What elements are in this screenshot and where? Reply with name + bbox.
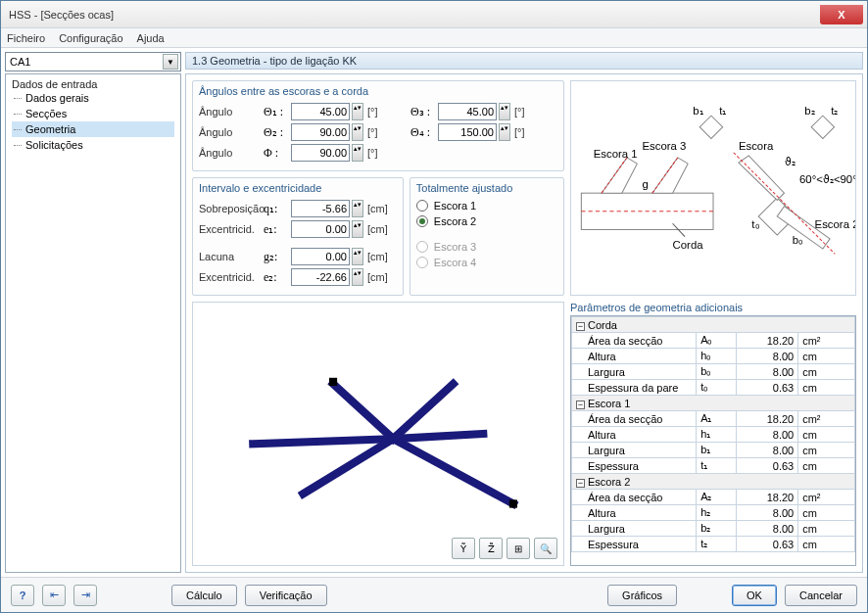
- input-theta1[interactable]: 45.00: [291, 103, 350, 120]
- radio-escora2[interactable]: Escora 2: [416, 215, 557, 227]
- spinner-g2[interactable]: ▴▾: [352, 248, 363, 265]
- close-button[interactable]: X: [820, 5, 863, 24]
- radio-escora1[interactable]: Escora 1: [416, 200, 557, 212]
- param-unit: cm: [798, 380, 855, 396]
- footer: ? ⇤ ⇥ Cálculo Verificação Gráficos OK Ca…: [1, 577, 867, 612]
- param-group-row[interactable]: −Escora 1: [572, 396, 855, 411]
- param-value: 0.63: [736, 380, 798, 396]
- param-row[interactable]: Espessurat₁0.63cm: [572, 458, 855, 474]
- radio-icon: [416, 200, 428, 212]
- menu-config[interactable]: Configuração: [59, 32, 122, 44]
- collapse-icon: −: [576, 401, 585, 409]
- radio-icon: [416, 257, 428, 268]
- spinner-e1[interactable]: ▴▾: [352, 220, 363, 238]
- tree-item-geometria[interactable]: Geometria: [12, 121, 174, 137]
- param-row[interactable]: Espessura da paret₀0.63cm: [572, 380, 855, 396]
- param-row[interactable]: Alturah₁8.00cm: [572, 427, 855, 443]
- render-toolbar: Ỹ Z̃ ⊞ 🔍: [452, 538, 557, 559]
- diagram: Corda Escora 1 Escora 3 g b₁ t₁: [570, 80, 856, 296]
- spinner-e2[interactable]: ▴▾: [352, 268, 363, 286]
- param-unit: cm: [798, 349, 855, 364]
- svg-line-28: [393, 439, 513, 503]
- params-table: −CordaÁrea da secçãoA₀18.20cm²Alturah₀8.…: [571, 316, 855, 552]
- group-interval: Intervalo e excentricidade Sobreposição …: [192, 177, 404, 296]
- svg-text:b₀: b₀: [793, 234, 803, 246]
- input-q1[interactable]: -5.66: [291, 200, 350, 217]
- param-label: Área da secção: [572, 333, 697, 349]
- panels: Ângulos entre as escoras e a corda Ângul…: [185, 73, 863, 573]
- input-e1[interactable]: 0.00: [291, 220, 350, 238]
- calc-button[interactable]: Cálculo: [171, 585, 237, 606]
- param-label: Altura: [572, 427, 697, 443]
- group-angles-title: Ângulos entre as escoras e a corda: [199, 85, 557, 97]
- param-value: 8.00: [736, 521, 798, 537]
- prev-button[interactable]: ⇤: [42, 585, 66, 606]
- zoom-button[interactable]: 🔍: [534, 538, 557, 559]
- spinner-theta4[interactable]: ▴▾: [499, 123, 510, 141]
- spinner-phi[interactable]: ▴▾: [352, 144, 363, 162]
- verify-button[interactable]: Verificação: [245, 585, 327, 606]
- spinner-theta1[interactable]: ▴▾: [352, 103, 363, 120]
- collapse-icon: −: [576, 322, 585, 331]
- spinner-theta3[interactable]: ▴▾: [499, 103, 510, 120]
- case-select[interactable]: CA1 ▼: [5, 52, 181, 71]
- param-group-row[interactable]: −Escora 2: [572, 474, 855, 490]
- param-row[interactable]: Área da secçãoA₂18.20cm²: [572, 490, 855, 505]
- menu-help[interactable]: Ajuda: [137, 32, 165, 44]
- param-unit: cm: [798, 364, 855, 380]
- render-3d[interactable]: Ỹ Z̃ ⊞ 🔍: [192, 302, 564, 566]
- param-label: Largura: [572, 521, 697, 537]
- view-iso-button[interactable]: ⊞: [506, 538, 530, 559]
- radio-icon: [416, 215, 428, 227]
- svg-line-20: [734, 153, 836, 255]
- input-theta2[interactable]: 90.00: [291, 123, 350, 141]
- param-value: 8.00: [736, 443, 798, 458]
- tree-root[interactable]: Dados de entrada: [12, 78, 174, 90]
- param-value: 0.63: [736, 537, 798, 552]
- param-row[interactable]: Largurab₀8.00cm: [572, 364, 855, 380]
- right-column: 1.3 Geometria - tipo de ligação KK Ângul…: [185, 52, 863, 573]
- param-row[interactable]: Área da secçãoA₁18.20cm²: [572, 411, 855, 427]
- param-label: Altura: [572, 349, 697, 364]
- param-row[interactable]: Área da secçãoA₀18.20cm²: [572, 333, 855, 349]
- param-label: Espessura da pare: [572, 380, 697, 396]
- param-row[interactable]: Largurab₂8.00cm: [572, 521, 855, 537]
- view-y-button[interactable]: Ỹ: [452, 538, 475, 559]
- tree-item-solicitacoes[interactable]: Solicitações: [12, 137, 174, 153]
- help-button[interactable]: ?: [11, 585, 34, 606]
- input-g2[interactable]: 0.00: [291, 248, 350, 265]
- params-table-scroll[interactable]: −CordaÁrea da secçãoA₀18.20cm²Alturah₀8.…: [570, 315, 856, 566]
- svg-text:Corda: Corda: [673, 239, 704, 251]
- tree-item-seccoes[interactable]: Secções: [12, 106, 174, 121]
- input-e2[interactable]: -22.66: [291, 268, 350, 286]
- next-button[interactable]: ⇥: [73, 585, 97, 606]
- menu-file[interactable]: Ficheiro: [7, 32, 45, 44]
- cancel-button[interactable]: Cancelar: [785, 585, 857, 606]
- svg-text:t₀: t₀: [751, 218, 759, 230]
- spinner-q1[interactable]: ▴▾: [352, 200, 363, 217]
- param-unit: cm²: [798, 411, 855, 427]
- param-row[interactable]: Alturah₂8.00cm: [572, 505, 855, 521]
- view-z-button[interactable]: Z̃: [479, 538, 503, 559]
- input-theta3[interactable]: 45.00: [438, 103, 497, 120]
- group-adjust: Totalmente ajustado Escora 1 Escora 2: [410, 177, 564, 296]
- input-phi[interactable]: 90.00: [291, 144, 350, 162]
- ok-button[interactable]: OK: [732, 585, 777, 606]
- tree-item-dados-gerais[interactable]: Dados gerais: [12, 90, 174, 106]
- param-row[interactable]: Largurab₁8.00cm: [572, 443, 855, 458]
- param-label: Área da secção: [572, 411, 697, 427]
- chevron-down-icon: ▼: [163, 54, 178, 70]
- param-row[interactable]: Alturah₀8.00cm: [572, 349, 855, 364]
- param-row[interactable]: Espessurat₂0.63cm: [572, 537, 855, 552]
- help-icon: ?: [20, 589, 26, 601]
- svg-text:Escora 1: Escora 1: [594, 148, 638, 160]
- svg-rect-34: [509, 499, 517, 507]
- graphs-button[interactable]: Gráficos: [607, 585, 677, 606]
- svg-text:t₂: t₂: [831, 105, 838, 117]
- spinner-theta2[interactable]: ▴▾: [352, 123, 363, 141]
- param-group-row[interactable]: −Corda: [572, 317, 855, 333]
- input-theta4[interactable]: 150.00: [438, 123, 497, 141]
- param-unit: cm²: [798, 490, 855, 505]
- group-interval-title: Intervalo e excentricidade: [199, 182, 397, 194]
- param-symbol: h₁: [697, 427, 736, 443]
